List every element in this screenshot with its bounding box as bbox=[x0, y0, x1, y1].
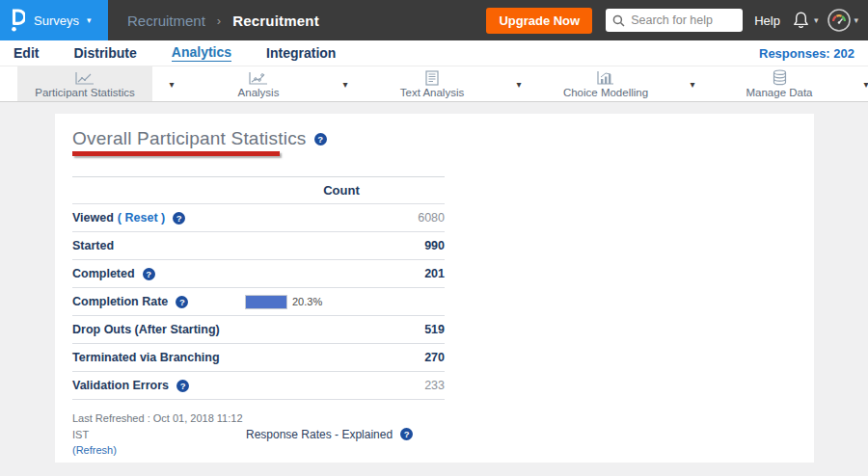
table-row: Completion Rate?20.3% bbox=[72, 288, 445, 316]
line-chart-icon bbox=[74, 70, 95, 86]
row-label: Completion Rate? bbox=[72, 295, 246, 308]
nav-tab-distribute[interactable]: Distribute bbox=[73, 45, 136, 62]
response-rates-explained-link[interactable]: Response Rates - Explained bbox=[246, 428, 393, 441]
toolbar-tab-label: Choice Modelling bbox=[563, 87, 648, 98]
responses-count[interactable]: Responses: 202 bbox=[759, 46, 854, 61]
row-label: Started bbox=[72, 239, 114, 252]
upgrade-now-button[interactable]: Upgrade Now bbox=[486, 8, 592, 34]
breadcrumb-current: Recruitment bbox=[232, 13, 319, 29]
row-label: Completed? bbox=[72, 267, 155, 280]
row-label: Viewed( Reset )? bbox=[72, 211, 185, 225]
toolbar-tab-label: Text Analysis bbox=[400, 87, 464, 98]
toolbar-tab-analysis[interactable]: Analysis bbox=[191, 66, 326, 101]
completion-rate-value: 20.3% bbox=[292, 296, 322, 307]
participant-statistics-card: Overall Participant Statistics ? Count V… bbox=[55, 114, 814, 463]
chevron-down-icon[interactable]: ▾ bbox=[673, 79, 712, 90]
chevron-down-icon: ▾ bbox=[854, 16, 858, 25]
toolbar-tab-label: Analysis bbox=[238, 87, 280, 98]
toolbar-group-manage-data: Manage Data▾ bbox=[712, 66, 868, 101]
help-search[interactable] bbox=[606, 9, 743, 32]
table-row: Started990 bbox=[72, 232, 445, 260]
row-value: 270 bbox=[238, 351, 445, 364]
database-icon bbox=[772, 70, 788, 86]
row-value: 519 bbox=[238, 323, 445, 336]
row-label-text: Viewed bbox=[72, 211, 114, 225]
row-help-icon[interactable]: ? bbox=[176, 296, 188, 308]
table-row: Completed?201 bbox=[72, 260, 445, 288]
help-link[interactable]: Help bbox=[754, 13, 780, 28]
row-value: 233 bbox=[238, 379, 445, 392]
row-help-icon[interactable]: ? bbox=[173, 212, 185, 225]
toolbar-group-text-analysis: Text Analysis▾ bbox=[365, 66, 538, 101]
questionpro-logo-icon bbox=[10, 8, 25, 33]
avatar bbox=[827, 9, 851, 32]
toolbar-tab-choice-modelling[interactable]: Choice Modelling bbox=[538, 66, 673, 101]
scatter-line-chart-icon bbox=[248, 70, 269, 86]
bell-icon bbox=[792, 11, 810, 30]
chevron-right-icon: › bbox=[217, 13, 221, 28]
account-menu[interactable]: ▾ bbox=[827, 9, 858, 32]
last-refreshed-label: Last Refreshed : Oct 01, 2018 11:12 IST bbox=[72, 412, 243, 440]
reset-link[interactable]: ( Reset ) bbox=[118, 211, 165, 225]
toolbar-tab-text-analysis[interactable]: Text Analysis bbox=[365, 66, 500, 101]
row-label: Validation Errors? bbox=[72, 379, 189, 392]
row-label: Drop Outs (After Starting) bbox=[72, 323, 220, 336]
chevron-down-icon: ▾ bbox=[814, 16, 819, 25]
toolbar-tab-manage-data[interactable]: Manage Data bbox=[712, 66, 847, 101]
table-footer: Last Refreshed : Oct 01, 2018 11:12 IST … bbox=[72, 410, 795, 459]
chevron-down-icon[interactable]: ▾ bbox=[847, 79, 868, 90]
surveys-menu-label: Surveys bbox=[34, 13, 79, 28]
toolbar-group-choice-modelling: Choice Modelling▾ bbox=[538, 66, 712, 101]
document-icon bbox=[425, 70, 439, 86]
top-bar: Surveys ▾ Recruitment › Recruitment Upgr… bbox=[0, 0, 868, 40]
title-help-icon[interactable]: ? bbox=[314, 133, 327, 145]
toolbar-tab-label: Manage Data bbox=[746, 87, 812, 98]
row-help-icon[interactable]: ? bbox=[176, 380, 189, 392]
page-title: Overall Participant Statistics bbox=[72, 128, 307, 149]
row-label-text: Started bbox=[72, 239, 114, 252]
red-annotation-underline bbox=[72, 151, 280, 156]
survey-section-nav: EditDistributeAnalyticsIntegration Respo… bbox=[0, 40, 868, 66]
nav-tab-edit[interactable]: Edit bbox=[14, 45, 39, 62]
row-value: 201 bbox=[238, 267, 445, 280]
analytics-toolbar: Participant Statistics▾Analysis▾Text Ana… bbox=[0, 66, 868, 102]
row-label-text: Terminated via Branching bbox=[72, 351, 220, 364]
row-label-text: Completion Rate bbox=[72, 295, 168, 308]
framed-chart-icon bbox=[596, 70, 615, 86]
toolbar-tab-label: Participant Statistics bbox=[35, 87, 135, 98]
table-header-row: Count bbox=[72, 176, 445, 204]
row-label-text: Validation Errors bbox=[72, 379, 169, 392]
table-row: Validation Errors?233 bbox=[72, 372, 445, 400]
search-icon bbox=[612, 14, 625, 27]
table-row: Terminated via Branching270 bbox=[72, 344, 445, 372]
breadcrumb: Recruitment › Recruitment bbox=[127, 13, 319, 29]
completion-rate-bar bbox=[246, 296, 286, 308]
row-label: Terminated via Branching bbox=[72, 351, 220, 364]
row-value: 990 bbox=[238, 239, 445, 252]
toolbar-group-analysis: Analysis▾ bbox=[191, 66, 365, 101]
table-row: Drop Outs (After Starting)519 bbox=[72, 316, 445, 344]
response-rates-help-icon[interactable]: ? bbox=[400, 428, 413, 440]
row-label-text: Completed bbox=[72, 267, 135, 280]
count-column-header: Count bbox=[238, 183, 445, 198]
chevron-down-icon[interactable]: ▾ bbox=[500, 79, 538, 90]
toolbar-tab-participant-statistics[interactable]: Participant Statistics bbox=[17, 66, 152, 101]
notifications-menu[interactable]: ▾ bbox=[792, 11, 819, 30]
nav-tab-integration[interactable]: Integration bbox=[266, 45, 336, 62]
chevron-down-icon[interactable]: ▾ bbox=[326, 79, 365, 90]
nav-tab-analytics[interactable]: Analytics bbox=[172, 44, 231, 62]
row-value: 6080 bbox=[238, 211, 445, 225]
table-row: Viewed( Reset )?6080 bbox=[72, 204, 445, 232]
toolbar-group-participant-statistics: Participant Statistics▾ bbox=[17, 66, 191, 101]
chevron-down-icon[interactable]: ▾ bbox=[152, 79, 191, 90]
participant-statistics-table: Count Viewed( Reset )?6080Started990Comp… bbox=[72, 176, 445, 400]
surveys-menu[interactable]: Surveys ▾ bbox=[0, 0, 108, 40]
refresh-link[interactable]: (Refresh) bbox=[72, 444, 117, 456]
help-search-input[interactable] bbox=[631, 13, 736, 27]
breadcrumb-parent[interactable]: Recruitment bbox=[127, 13, 205, 29]
chevron-down-icon: ▾ bbox=[87, 16, 92, 25]
row-help-icon[interactable]: ? bbox=[143, 268, 155, 280]
page-background: Overall Participant Statistics ? Count V… bbox=[0, 102, 868, 475]
row-label-text: Drop Outs (After Starting) bbox=[72, 323, 220, 336]
